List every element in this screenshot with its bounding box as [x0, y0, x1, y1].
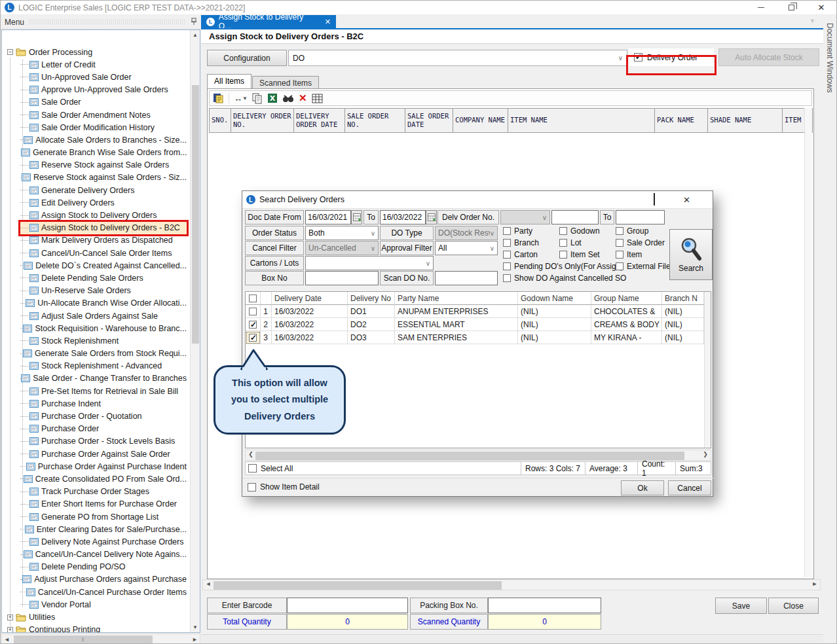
scroll-left-icon[interactable]: ◄ — [2, 636, 12, 643]
items-grid-column-header[interactable]: ITEM NAME — [508, 108, 655, 133]
scroll-right-icon[interactable]: ❯ — [701, 451, 710, 459]
delete-icon[interactable]: ✕ — [299, 92, 307, 105]
delivery-order-row[interactable]: 316/03/2022DO3SAM ENTERPRIES(NIL)MY KIRA… — [246, 331, 711, 344]
sidebar-item[interactable]: Create Consolidated PO From Sale Ord... — [20, 473, 187, 485]
checkbox[interactable] — [503, 262, 511, 270]
items-grid-horizontal-scrollbar[interactable]: ◄ ► — [202, 579, 821, 590]
filter-checkbox-item-set[interactable]: Item Set — [559, 250, 600, 259]
auto-allocate-stock-button[interactable]: Auto Allocate Stock — [718, 48, 819, 66]
items-grid-column-header[interactable]: DELIVERY ORDER DATE — [294, 108, 345, 133]
calendar-icon[interactable] — [351, 210, 362, 224]
find-icon[interactable] — [282, 92, 294, 105]
sidebar-item[interactable]: Purchase Order - Stock Levels Basis — [20, 435, 187, 448]
sidebar-item[interactable]: Un-Allocate Branch Wise Order Allocati..… — [20, 297, 187, 310]
configuration-select[interactable]: DO ∨ — [288, 50, 627, 66]
show-item-detail-checkbox[interactable] — [248, 483, 256, 492]
items-grid-column-header[interactable]: SALE ORDER DATE — [405, 108, 453, 133]
tab-list-chevron-icon[interactable]: ▼ — [809, 18, 815, 24]
sidebar-item[interactable]: Track Purchase Order Stages — [20, 486, 187, 498]
dialog-grid-header-cell[interactable] — [246, 292, 261, 305]
scroll-down-icon[interactable]: ▼ — [191, 622, 200, 632]
sidebar-item[interactable]: Cancel/Un-Cancel Delivery Note Agains... — [20, 548, 187, 561]
sidebar-item[interactable]: Generate Branch Wise Sale Orders from... — [20, 147, 187, 159]
approval-filter-select[interactable]: All∨ — [435, 241, 498, 255]
filter-checkbox-item[interactable]: Item — [616, 250, 642, 259]
filter-checkbox-pending-do-s-only-for-assign-[interactable]: Pending DO's Only(For Assign) — [503, 262, 623, 271]
row-checkbox-cell[interactable] — [246, 331, 261, 344]
filter-checkbox-party[interactable]: Party — [503, 226, 532, 236]
cancel-button[interactable]: Cancel — [668, 480, 711, 495]
report-icon[interactable] — [212, 92, 224, 105]
sidebar-item[interactable]: Generate Delivery Orders — [20, 184, 187, 196]
expand-icon[interactable]: + — [7, 627, 13, 632]
sidebar-item[interactable]: Delete Pending Sale Orders — [20, 272, 187, 284]
dialog-close-button[interactable]: ✕ — [683, 194, 713, 206]
scan-do-no-input[interactable] — [435, 271, 498, 285]
scroll-left-icon[interactable]: ❮ — [246, 451, 255, 459]
sidebar-item[interactable]: Letter of Credit — [20, 58, 187, 71]
scrollbar-thumb[interactable]: ⦀ — [14, 635, 153, 644]
copy-icon[interactable] — [252, 92, 263, 105]
collapse-icon[interactable]: − — [7, 49, 13, 55]
expand-icon[interactable]: + — [7, 615, 13, 620]
sidebar-item[interactable]: Mark Delivery Orders as Dispatched — [20, 234, 187, 247]
checkbox[interactable] — [616, 251, 623, 259]
do-type-select[interactable]: DO(Stock Resv∨ — [435, 226, 498, 240]
filter-checkbox-branch[interactable]: Branch — [503, 238, 539, 247]
configuration-button[interactable]: Configuration — [207, 50, 287, 66]
select-all-checkbox[interactable] — [248, 464, 257, 473]
sidebar-item[interactable]: Stock Replenishment — [20, 334, 187, 347]
scrollbar-thumb[interactable] — [214, 581, 502, 590]
packing-box-input[interactable] — [488, 598, 601, 613]
excel-export-icon[interactable]: X — [267, 92, 278, 105]
calendar-icon[interactable] — [426, 210, 437, 224]
sidebar-item[interactable]: Assign Stock to Delivery Orders - B2C — [20, 222, 187, 234]
scroll-right-icon[interactable]: ► — [810, 581, 819, 589]
items-grid-column-header[interactable]: SNO. — [209, 108, 231, 133]
checkbox[interactable] — [559, 239, 567, 247]
filter-checkbox-lot[interactable]: Lot — [559, 238, 582, 247]
checkbox[interactable] — [503, 251, 511, 259]
checkbox[interactable] — [616, 262, 623, 270]
sidebar-item[interactable]: Pre-Set Items for Retrieval in Sale Bill — [20, 385, 187, 397]
sidebar-folder-utilities[interactable]: + Utilities — [7, 611, 190, 623]
row-checkbox-cell[interactable] — [246, 305, 261, 318]
sidebar-item[interactable]: Approve Un-Approved Sale Orders — [20, 84, 187, 96]
sidebar-item[interactable]: Cancel/Un-Cancel Purchase Order Items — [20, 586, 187, 598]
sidebar-item[interactable]: Enter Short Items for Purchase Order — [20, 498, 187, 510]
row-select-checkbox[interactable] — [249, 321, 257, 329]
scroll-left-icon[interactable]: ◄ — [204, 581, 213, 589]
tab-assign-stock[interactable]: L Assign Stock to Delivery O... ✕ — [201, 15, 336, 28]
filter-checkbox-godown[interactable]: Godown — [559, 226, 600, 236]
checkbox[interactable] — [616, 239, 623, 247]
sidebar-item[interactable]: Purchase Order Against Sale Order — [20, 448, 187, 460]
sidebar-folder-continuous-printing[interactable]: + Continuous Printing — [7, 624, 190, 632]
sidebar-item[interactable]: Adjust Sale Orders Against Sale — [20, 310, 187, 322]
filter-checkbox-group[interactable]: Group — [616, 226, 648, 236]
doc-date-to-input[interactable] — [380, 210, 426, 224]
close-page-button[interactable]: Close — [768, 598, 819, 614]
pin-icon[interactable] — [191, 16, 197, 28]
dialog-grid-vertical-scrollbar[interactable] — [704, 292, 711, 448]
sidebar-item[interactable]: Purchase Order Against Purchase Indent — [20, 460, 187, 473]
items-grid-vertical-scrollbar[interactable] — [804, 108, 812, 577]
sidebar-item[interactable]: Stock Replenishment - Advanced — [20, 360, 187, 372]
checkbox[interactable] — [503, 274, 511, 282]
ok-button[interactable]: Ok — [621, 480, 664, 495]
scrollbar-thumb[interactable] — [255, 452, 684, 460]
grid-icon[interactable] — [312, 92, 323, 105]
sidebar-item[interactable]: Allocate Sale Orders to Branches - Size.… — [20, 134, 187, 146]
sidebar-item[interactable]: Delete DO`s Created Against Cancelled... — [20, 259, 187, 272]
sidebar-item[interactable]: Reserve Stock against Sale Orders - Siz.… — [20, 171, 187, 184]
scroll-up-icon[interactable]: ▲ — [191, 30, 200, 40]
filter-checkbox-carton[interactable]: Carton — [503, 250, 538, 259]
filter-checkbox-sale-order[interactable]: Sale Order — [616, 238, 665, 247]
sidebar-item[interactable]: Delivery Note Against Purchase Orders — [20, 535, 187, 548]
row-checkbox-cell[interactable] — [246, 318, 261, 331]
items-grid-column-header[interactable]: SALE ORDER NO. — [345, 108, 405, 133]
sidebar-item[interactable]: Enter Clearing Dates for Sale/Purchase..… — [20, 523, 187, 535]
scrollbar-thumb[interactable] — [192, 85, 199, 344]
sidebar-item[interactable]: Sale Order Amendment Notes — [20, 109, 187, 121]
restore-button[interactable] — [776, 1, 806, 14]
delivery-order-checkbox[interactable] — [634, 53, 642, 62]
